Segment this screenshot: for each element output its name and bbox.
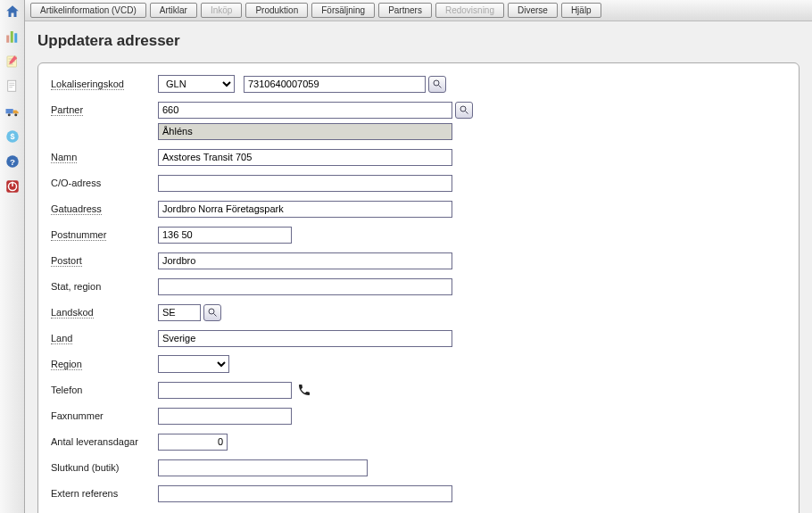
form-panel: Lokaliseringskod GLN Partner [37, 62, 800, 513]
label-partner: Partner [51, 104, 83, 116]
home-icon[interactable] [3, 2, 22, 21]
power-icon[interactable] [3, 177, 22, 196]
page-title: Uppdatera adresser [37, 32, 800, 50]
svg-rect-5 [5, 109, 12, 113]
search-partner-icon[interactable] [455, 102, 473, 119]
label-telefon: Telefon [51, 385, 82, 395]
svg-rect-1 [10, 31, 12, 43]
label-extern-referens: Extern referens [51, 488, 118, 499]
tab-hjalp[interactable]: Hjälp [561, 3, 601, 18]
label-stat-region: Stat, region [51, 281, 101, 292]
tab-partners[interactable]: Partners [378, 3, 432, 18]
svg-point-17 [460, 106, 466, 112]
input-postort[interactable] [158, 252, 452, 269]
input-co-adress[interactable] [158, 175, 452, 192]
sidebar: $ ? [0, 0, 25, 513]
top-nav: Artikelinformation (VCD) Artiklar Inköp … [25, 0, 812, 21]
search-lokaliseringskod-icon[interactable] [428, 76, 446, 93]
input-gatuadress[interactable] [158, 201, 452, 218]
svg-rect-2 [14, 33, 17, 43]
svg-line-20 [214, 314, 217, 317]
input-namn[interactable] [158, 149, 452, 166]
select-lokaliseringskod[interactable]: GLN [158, 75, 235, 93]
input-telefon[interactable] [158, 382, 292, 399]
input-landskod[interactable] [158, 304, 201, 321]
label-land: Land [51, 333, 72, 344]
label-postort: Postort [51, 255, 82, 267]
label-slutkund: Slutkund (butik) [51, 462, 119, 473]
tab-inkop: Inköp [201, 3, 242, 18]
svg-rect-14 [12, 182, 13, 186]
label-namn: Namn [51, 152, 77, 163]
svg-rect-4 [7, 80, 15, 91]
input-slutkund[interactable] [158, 459, 368, 476]
input-postnummer[interactable] [158, 227, 292, 244]
label-antal-leveransdagar: Antal leveransdagar [51, 436, 138, 447]
phone-icon [297, 383, 311, 397]
note-icon[interactable] [3, 52, 22, 71]
tab-diverse[interactable]: Diverse [508, 3, 558, 18]
svg-line-16 [439, 86, 442, 88]
label-co-adress: C/O-adress [51, 178, 101, 188]
document-icon[interactable] [3, 77, 22, 96]
label-postnummer: Postnummer [51, 229, 106, 241]
svg-point-7 [14, 113, 17, 116]
label-faxnummer: Faxnummer [51, 410, 104, 421]
svg-text:$: $ [10, 132, 14, 141]
svg-rect-0 [6, 36, 9, 43]
tab-forsaljning[interactable]: Försäljning [311, 3, 375, 18]
input-land[interactable] [158, 330, 452, 347]
svg-text:?: ? [10, 157, 15, 167]
input-partner-name-readonly [158, 123, 452, 140]
svg-point-6 [7, 113, 10, 116]
input-extern-referens[interactable] [158, 485, 452, 502]
tab-artikelinformation[interactable]: Artikelinformation (VCD) [30, 3, 146, 18]
svg-point-19 [209, 309, 214, 314]
truck-icon[interactable] [3, 102, 22, 121]
svg-line-18 [466, 112, 468, 114]
input-antal-leveransdagar[interactable] [158, 434, 228, 451]
input-faxnummer[interactable] [158, 408, 292, 425]
chart-icon[interactable] [3, 27, 22, 46]
input-lokaliseringskod-code[interactable] [244, 76, 426, 93]
tab-produktion[interactable]: Produktion [245, 3, 308, 18]
label-region: Region [51, 359, 82, 370]
svg-point-15 [434, 80, 439, 86]
search-landskod-icon[interactable] [203, 304, 221, 321]
input-stat-region[interactable] [158, 278, 452, 295]
help-icon[interactable]: ? [3, 152, 22, 171]
tab-redovisning: Redovisning [435, 3, 504, 18]
currency-icon[interactable]: $ [3, 127, 22, 146]
tab-artiklar[interactable]: Artiklar [150, 3, 197, 18]
label-gatuadress: Gatuadress [51, 203, 102, 215]
label-landskod: Landskod [51, 307, 94, 319]
input-partner-code[interactable] [158, 102, 452, 119]
label-lokaliseringskod: Lokaliseringskod [51, 79, 124, 90]
select-region[interactable] [158, 355, 229, 373]
